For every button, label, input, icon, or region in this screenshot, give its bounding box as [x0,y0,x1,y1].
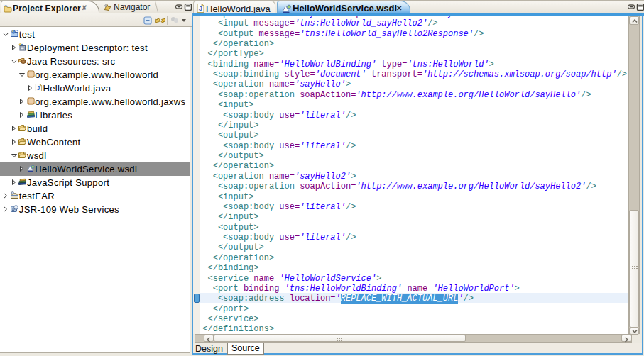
svg-text:J: J [199,4,202,12]
svg-text:J: J [37,85,40,91]
